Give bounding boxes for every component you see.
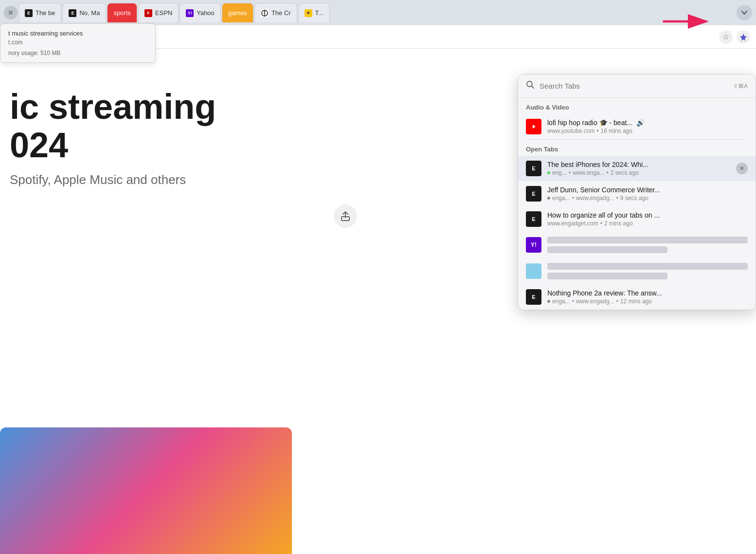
iphones-title: The best iPhones for 2024: Whi... xyxy=(547,161,730,168)
search-tabs-panel: ⇧⌘A Audio & Video lofi hip hop radio 🎓 -… xyxy=(518,74,756,310)
yahoo-favicon-list: Y! xyxy=(526,237,541,253)
bookmark-icon[interactable]: ☆ xyxy=(719,30,733,44)
jeff-meta: enga... • www.engadg... • 9 secs ago xyxy=(547,195,748,202)
organize-meta: www.engadget.com • 2 mins ago xyxy=(547,220,748,227)
search-shortcut: ⇧⌘A xyxy=(733,83,748,90)
tab-label-sports: sports xyxy=(113,9,130,17)
list-item-yahoo-blurred[interactable]: Y! xyxy=(518,232,756,258)
close-tab-iphones[interactable]: ✕ xyxy=(736,163,748,174)
tab-more-content[interactable]: ★ T... xyxy=(298,3,330,22)
tooltip-memory: nory usage: 510 MB xyxy=(8,50,147,56)
memory-tooltip: t music streaming services t.com nory us… xyxy=(0,23,156,63)
engadget-favicon-list-1: E xyxy=(526,161,541,176)
tab-engadget-2[interactable]: E No, Ma xyxy=(62,3,106,22)
blue-blurred-info xyxy=(547,263,748,279)
tooltip-title: t music streaming services xyxy=(8,30,147,37)
blurred-title-yahoo xyxy=(547,237,748,243)
tab-engadget-1[interactable]: E The be xyxy=(18,3,61,22)
organize-info: How to organize all of your tabs on ... … xyxy=(547,211,748,227)
jeff-info: Jeff Dunn, Senior Commerce Writer... eng… xyxy=(547,186,748,202)
search-tabs-bar: ⇧⌘A xyxy=(518,74,756,98)
section-header-open: Open Tabs xyxy=(518,140,756,156)
content-area: ic streaming 024 Spotify, Apple Music an… xyxy=(0,49,756,554)
engadget-favicon-list-4: E xyxy=(526,289,541,305)
nyt-favicon xyxy=(261,9,269,17)
tooltip-url: t.com xyxy=(8,39,147,46)
star-icon: ☆ xyxy=(722,32,729,41)
audio-playing-icon: 🔊 xyxy=(636,119,645,127)
list-item-iphones[interactable]: E The best iPhones for 2024: Whi... eng.… xyxy=(518,156,756,181)
list-item-organize[interactable]: E How to organize all of your tabs on ..… xyxy=(518,206,756,232)
engadget-favicon-list-3: E xyxy=(526,211,541,227)
tab-nyt[interactable]: The Cr xyxy=(254,3,297,22)
search-icon xyxy=(526,80,535,92)
section-header-audio: Audio & Video xyxy=(518,98,756,114)
tab-games[interactable]: games xyxy=(222,3,253,22)
dot-nothing xyxy=(547,300,550,303)
list-item-blue-blurred[interactable] xyxy=(518,258,756,284)
search-tabs-input[interactable] xyxy=(540,82,728,90)
blue-favicon-list xyxy=(526,263,541,279)
iphones-meta: eng... • www.enga... • 2 secs ago xyxy=(547,169,730,176)
svg-line-5 xyxy=(532,86,534,89)
nothing-phone-info: Nothing Phone 2a review: The answ... eng… xyxy=(547,289,748,305)
phone-image xyxy=(0,427,292,554)
list-item-lofi[interactable]: lofi hip hop radio 🎓 - beat... 🔊 www.you… xyxy=(518,114,756,139)
tab-label-espn: ESPN xyxy=(155,9,172,17)
yahoo-favicon: Y! xyxy=(186,9,194,17)
blurred-title-blue xyxy=(547,263,748,270)
lofi-title: lofi hip hop radio 🎓 - beat... 🔊 xyxy=(547,119,748,127)
dot-2 xyxy=(547,197,550,200)
engadget-favicon-1: E xyxy=(25,9,33,17)
engadget-favicon-list-2: E xyxy=(526,186,541,202)
tab-label-more: T... xyxy=(315,9,324,17)
arrow-annotation xyxy=(659,7,717,38)
lofi-meta: www.youtube.com • 16 mins ago xyxy=(547,128,748,134)
blurred-meta-yahoo xyxy=(547,246,667,253)
browser-window: ✕ E The be E No, Ma sports E ESPN Y! Yah… xyxy=(0,0,756,554)
share-button[interactable] xyxy=(334,204,357,228)
tab-yahoo[interactable]: Y! Yahoo xyxy=(180,3,221,22)
tab-bar: ✕ E The be E No, Ma sports E ESPN Y! Yah… xyxy=(0,0,756,25)
tab-close-button[interactable]: ✕ xyxy=(4,6,18,19)
youtube-favicon-list xyxy=(526,119,541,134)
espn-favicon: E xyxy=(144,9,152,17)
pin-icon-button[interactable] xyxy=(737,30,750,44)
nothing-phone-meta: enga... • www.engadg... • 12 mins ago xyxy=(547,298,748,305)
tab-label-2: No, Ma xyxy=(79,9,100,17)
blurred-meta-blue xyxy=(547,273,667,279)
lofi-info: lofi hip hop radio 🎓 - beat... 🔊 www.you… xyxy=(547,119,748,134)
organize-title: How to organize all of your tabs on ... xyxy=(547,211,748,219)
tab-sports[interactable]: sports xyxy=(107,3,137,22)
nothing-phone-title: Nothing Phone 2a review: The answ... xyxy=(547,289,748,297)
tab-label-nyt: The Cr xyxy=(271,9,291,17)
engadget-favicon-2: E xyxy=(69,9,76,17)
tab-label-1: The be xyxy=(36,9,55,17)
jeff-title: Jeff Dunn, Senior Commerce Writer... xyxy=(547,186,748,194)
tab-espn[interactable]: E ESPN xyxy=(138,3,179,22)
yellow-favicon: ★ xyxy=(305,9,312,17)
tab-dropdown-button[interactable] xyxy=(737,5,752,20)
list-item-nothing-phone[interactable]: E Nothing Phone 2a review: The answ... e… xyxy=(518,284,756,310)
tab-label-yahoo: Yahoo xyxy=(197,9,215,17)
yahoo-blurred-info xyxy=(547,237,748,253)
list-item-jeff[interactable]: E Jeff Dunn, Senior Commerce Writer... e… xyxy=(518,181,756,206)
tab-label-games: games xyxy=(228,9,247,17)
iphones-info: The best iPhones for 2024: Whi... eng...… xyxy=(547,161,730,176)
active-indicator xyxy=(547,171,550,174)
